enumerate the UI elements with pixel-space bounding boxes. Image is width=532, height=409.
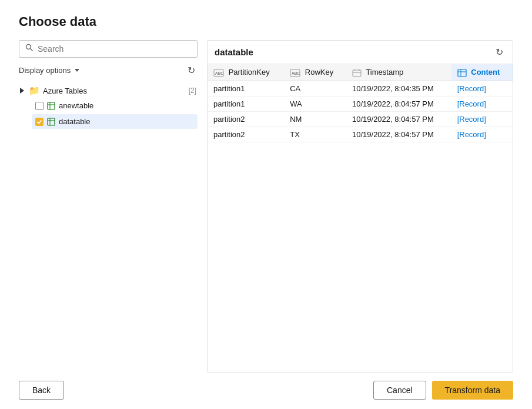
tree-folder-azure-tables[interactable]: 📁 Azure Tables [2] bbox=[19, 83, 198, 98]
cell-timestamp: 10/19/2022, 8:04:35 PM bbox=[346, 81, 451, 96]
cancel-button[interactable]: Cancel bbox=[373, 381, 426, 400]
svg-rect-2 bbox=[48, 102, 55, 109]
checkbox-anewtable[interactable] bbox=[35, 102, 44, 110]
cell-timestamp: 10/19/2022, 8:04:57 PM bbox=[346, 111, 451, 127]
tree-item-anewtable[interactable]: anewtable bbox=[32, 98, 198, 113]
col-header-partition-key: ABC PartitionKey bbox=[208, 64, 284, 81]
table-row: partition1 WA 10/19/2022, 8:04:57 PM [Re… bbox=[208, 96, 513, 111]
table-row: partition2 NM 10/19/2022, 8:04:57 PM [Re… bbox=[208, 111, 513, 127]
calendar-icon-timestamp bbox=[352, 69, 362, 77]
data-table-body: partition1 CA 10/19/2022, 8:04:35 PM [Re… bbox=[208, 81, 513, 142]
tree-area: 📁 Azure Tables [2] anewtable bbox=[19, 83, 198, 373]
page-title: Choose data bbox=[19, 14, 513, 29]
col-header-row-key: ABC RowKey bbox=[284, 64, 346, 81]
tree-item-label-anewtable: anewtable bbox=[59, 101, 93, 110]
cell-partition-key: partition2 bbox=[208, 111, 284, 127]
table-icon-anewtable bbox=[47, 102, 55, 110]
table-header-row: ABC PartitionKey ABC bbox=[208, 64, 513, 81]
cell-timestamp: 10/19/2022, 8:04:57 PM bbox=[346, 127, 451, 142]
chevron-down-icon bbox=[75, 69, 79, 72]
tree-item-datatable[interactable]: datatable bbox=[32, 114, 198, 129]
cell-row-key: TX bbox=[284, 127, 346, 142]
transform-data-button[interactable]: Transform data bbox=[432, 381, 513, 400]
right-panel: datatable ↻ ABC Partiti bbox=[207, 40, 513, 373]
cell-content[interactable]: [Record] bbox=[451, 111, 513, 127]
table-row: partition2 TX 10/19/2022, 8:04:57 PM [Re… bbox=[208, 127, 513, 142]
table-icon-content bbox=[457, 69, 467, 77]
tree-item-label-datatable: datatable bbox=[59, 117, 91, 126]
left-panel: Display options ↻ 📁 Azure Tables [2] bbox=[19, 40, 207, 373]
data-header: datatable ↻ bbox=[208, 41, 513, 64]
cell-row-key: CA bbox=[284, 81, 346, 96]
display-options-row: Display options ↻ bbox=[19, 64, 198, 77]
table-icon-datatable bbox=[47, 118, 55, 126]
display-options-button[interactable]: Display options bbox=[19, 66, 79, 75]
data-table-container: ABC PartitionKey ABC bbox=[208, 64, 513, 372]
data-table-title: datatable bbox=[215, 47, 253, 57]
svg-text:ABC: ABC bbox=[292, 71, 300, 75]
svg-text:ABC: ABC bbox=[215, 71, 223, 75]
cell-content[interactable]: [Record] bbox=[451, 127, 513, 142]
search-box bbox=[19, 40, 198, 58]
tree-children: anewtable bbox=[32, 98, 198, 129]
col-header-timestamp: Timestamp bbox=[346, 64, 451, 81]
data-table: ABC PartitionKey ABC bbox=[208, 64, 513, 142]
back-button[interactable]: Back bbox=[19, 381, 64, 400]
folder-icon: 📁 bbox=[29, 85, 40, 96]
svg-rect-16 bbox=[458, 69, 466, 77]
cell-partition-key: partition1 bbox=[208, 96, 284, 111]
cell-row-key: NM bbox=[284, 111, 346, 127]
svg-rect-12 bbox=[353, 70, 361, 77]
cell-partition-key: partition2 bbox=[208, 127, 284, 142]
cell-timestamp: 10/19/2022, 8:04:57 PM bbox=[346, 96, 451, 111]
checkbox-datatable[interactable] bbox=[35, 118, 44, 126]
right-buttons: Cancel Transform data bbox=[373, 381, 513, 400]
search-icon bbox=[25, 44, 34, 54]
cell-partition-key: partition1 bbox=[208, 81, 284, 96]
abc-icon-rowkey: ABC bbox=[290, 69, 300, 77]
table-row: partition1 CA 10/19/2022, 8:04:35 PM [Re… bbox=[208, 81, 513, 96]
cell-content[interactable]: [Record] bbox=[451, 81, 513, 96]
svg-point-0 bbox=[26, 45, 31, 49]
abc-icon-partition: ABC bbox=[213, 69, 224, 77]
refresh-data-button[interactable]: ↻ bbox=[493, 45, 506, 59]
cell-content[interactable]: [Record] bbox=[451, 96, 513, 111]
bottom-bar: Back Cancel Transform data bbox=[19, 373, 513, 400]
search-input[interactable] bbox=[38, 44, 191, 54]
cell-row-key: WA bbox=[284, 96, 346, 111]
col-header-content: Content bbox=[451, 64, 513, 81]
svg-line-1 bbox=[31, 49, 33, 51]
refresh-button[interactable]: ↻ bbox=[185, 64, 198, 77]
svg-rect-5 bbox=[48, 118, 55, 125]
expand-icon bbox=[20, 88, 24, 94]
